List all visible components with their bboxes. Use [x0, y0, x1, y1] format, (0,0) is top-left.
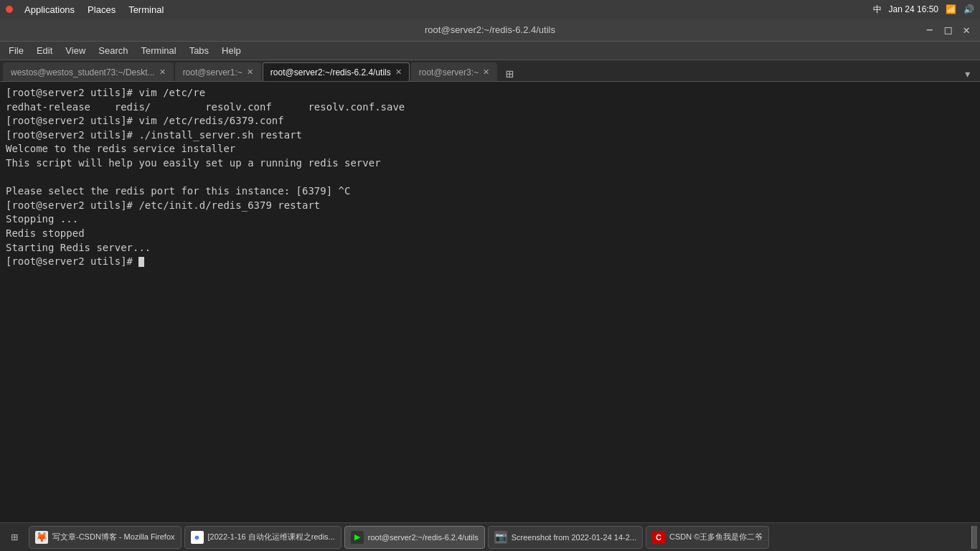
menu-bar: File Edit View Search Terminal Tabs Help [0, 42, 980, 60]
tab-close-3[interactable]: ✕ [483, 68, 489, 76]
terminal-content[interactable]: [root@server2 utils]# vim /etc/re redhat… [0, 82, 980, 522]
menu-search[interactable]: Search [93, 44, 133, 57]
places-menu[interactable]: Places [82, 3, 121, 17]
tab-scroll-button[interactable]: ▾ [958, 66, 977, 81]
tab-1[interactable]: root@server1:~ ✕ [175, 62, 261, 81]
tab-3[interactable]: root@server3:~ ✕ [411, 62, 497, 81]
input-method-icon: 中 [873, 4, 882, 16]
close-button[interactable]: ✕ [958, 24, 974, 36]
tab-label-1: root@server1:~ [183, 67, 242, 77]
terminal-icon: ▶ [351, 531, 364, 544]
applications-menu[interactable]: Applications [19, 3, 80, 17]
taskbar-firefox[interactable]: 🦊 写文章-CSDN博客 - Mozilla Firefox [29, 526, 182, 549]
window-title: root@server2:~/redis-6.2.4/utils [425, 24, 555, 35]
tab-label-2: root@server2:~/redis-6.2.4/utils [270, 67, 391, 77]
tab-2[interactable]: root@server2:~/redis-6.2.4/utils ✕ [263, 62, 410, 81]
tab-close-1[interactable]: ✕ [247, 68, 253, 76]
menu-view[interactable]: View [60, 44, 91, 57]
tab-label-3: root@server3:~ [419, 67, 479, 77]
csdn-icon: C [652, 531, 665, 544]
tab-close-0[interactable]: ✕ [159, 68, 166, 76]
system-bar-left: Applications Places Terminal [6, 3, 169, 17]
taskbar: ⊞ 🦊 写文章-CSDN博客 - Mozilla Firefox ● [2022… [0, 522, 980, 551]
taskbar-firefox-label: 写文章-CSDN博客 - Mozilla Firefox [52, 532, 175, 542]
show-desktop-strip[interactable] [971, 526, 977, 549]
os-icon [6, 6, 13, 13]
terminal-menu[interactable]: Terminal [123, 3, 169, 17]
firefox-icon: 🦊 [35, 531, 48, 544]
tab-0[interactable]: westos@westos_student73:~/Deskt... ✕ [3, 62, 174, 81]
menu-file[interactable]: File [3, 44, 29, 57]
minimize-button[interactable]: − [922, 24, 938, 36]
menu-tabs[interactable]: Tabs [184, 44, 215, 57]
volume-icon: 🔊 [963, 4, 974, 14]
taskbar-csdn[interactable]: C CSDN ©王多鱼我是你二爷 [646, 526, 769, 549]
menu-help[interactable]: Help [216, 44, 247, 57]
taskbar-chrome-label: [2022-1-16 自动化运维课程之redis... [208, 532, 335, 542]
taskbar-terminal[interactable]: ▶ root@server2:~/redis-6.2.4/utils [344, 526, 485, 549]
menu-terminal[interactable]: Terminal [136, 44, 182, 57]
system-bar: Applications Places Terminal 中 Jan 24 16… [0, 0, 980, 19]
tab-label-0: westos@westos_student73:~/Deskt... [11, 67, 155, 77]
taskbar-screenshot-label: Screenshot from 2022-01-24 14-2... [512, 533, 636, 542]
terminal-window: root@server2:~/redis-6.2.4/utils − □ ✕ F… [0, 19, 980, 522]
taskbar-csdn-label: CSDN ©王多鱼我是你二爷 [669, 532, 763, 542]
maximize-button[interactable]: □ [941, 24, 956, 36]
taskbar-terminal-label: root@server2:~/redis-6.2.4/utils [368, 533, 479, 542]
tab-close-2[interactable]: ✕ [395, 68, 402, 76]
wifi-icon: 📶 [946, 4, 956, 14]
show-desktop-button[interactable]: ⊞ [3, 526, 26, 549]
tabs-bar: westos@westos_student73:~/Deskt... ✕ roo… [0, 60, 980, 82]
chrome-icon: ● [191, 531, 204, 544]
datetime: Jan 24 16:50 [889, 4, 938, 14]
new-tab-button[interactable]: ⊞ [501, 66, 518, 81]
screenshot-icon: 📷 [494, 531, 507, 544]
window-controls: − □ ✕ [922, 24, 974, 36]
taskbar-chrome[interactable]: ● [2022-1-16 自动化运维课程之redis... [184, 526, 341, 549]
system-bar-right: 中 Jan 24 16:50 📶 🔊 [873, 4, 974, 16]
title-bar: root@server2:~/redis-6.2.4/utils − □ ✕ [0, 19, 980, 42]
taskbar-screenshot[interactable]: 📷 Screenshot from 2022-01-24 14-2... [488, 526, 643, 549]
menu-edit[interactable]: Edit [31, 44, 58, 57]
